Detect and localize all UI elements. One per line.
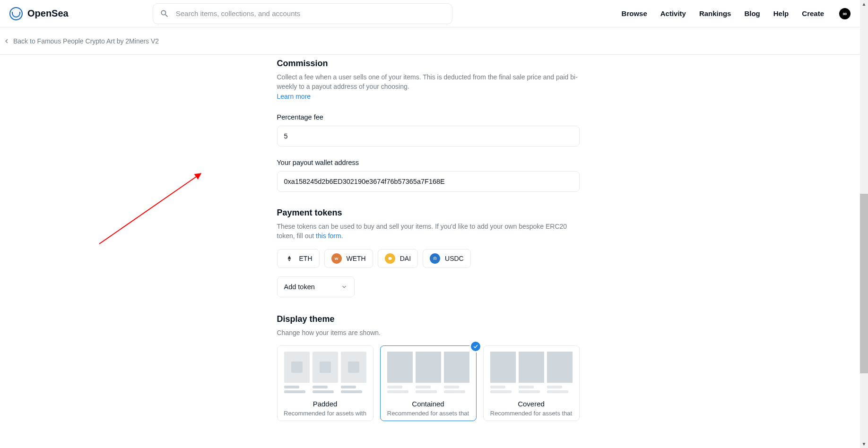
scroll-up-icon[interactable]: ▲ (860, 0, 868, 8)
theme-covered-title: Covered (488, 400, 574, 408)
theme-covered-preview (488, 352, 574, 393)
brand-name: OpenSea (27, 8, 69, 19)
theme-contained[interactable]: Contained Recommended for assets that (380, 345, 477, 421)
theme-padded-sub: Recommended for assets with (282, 410, 368, 417)
usdc-icon (430, 253, 440, 264)
back-link[interactable]: Back to Famous People Crypto Art by 2Min… (0, 27, 860, 55)
token-usdc[interactable]: USDC (423, 249, 471, 268)
weth-icon: W (331, 253, 342, 264)
theme-contained-preview (385, 352, 471, 393)
this-form-link[interactable]: this form (316, 232, 341, 240)
nav-activity[interactable]: Activity (660, 9, 686, 17)
theme-padded[interactable]: Padded Recommended for assets with (277, 345, 373, 421)
dai-icon (385, 253, 395, 264)
commission-desc-text: Collect a fee when a user sells one of y… (277, 73, 578, 90)
learn-more-link[interactable]: Learn more (277, 93, 311, 100)
payment-desc-post: . (341, 232, 343, 240)
scroll-down-icon[interactable]: ▼ (860, 440, 868, 448)
fee-label: Percentage fee (277, 113, 580, 121)
nav-blog[interactable]: Blog (744, 9, 760, 17)
token-usdc-label: USDC (445, 255, 464, 262)
commission-desc: Collect a fee when a user sells one of y… (277, 72, 580, 101)
theme-covered-sub: Recommended for assets that (488, 410, 574, 417)
display-desc: Change how your items are shown. (277, 328, 580, 337)
token-chips: ETH W WETH DAI USDC (277, 249, 580, 268)
payout-input[interactable] (277, 171, 580, 192)
header: OpenSea Browse Activity Rankings Blog He… (0, 0, 860, 27)
theme-contained-title: Contained (385, 400, 471, 408)
display-title: Display theme (277, 314, 580, 324)
payment-desc: These tokens can be used to buy and sell… (277, 222, 580, 241)
page-scrollbar[interactable]: ▲ ▼ (860, 0, 868, 448)
opensea-logo-icon (9, 7, 23, 20)
commission-title: Commission (277, 59, 580, 69)
payout-label: Your payout wallet address (277, 159, 580, 166)
back-link-label: Back to Famous People Crypto Art by 2Min… (13, 37, 159, 45)
add-token-select[interactable]: Add token (277, 276, 355, 297)
token-weth-label: WETH (347, 255, 366, 262)
check-icon (469, 340, 482, 353)
theme-padded-title: Padded (282, 400, 368, 408)
nav-browse[interactable]: Browse (622, 9, 647, 17)
nav-help[interactable]: Help (773, 9, 789, 17)
chevron-down-icon (341, 284, 347, 290)
token-eth[interactable]: ETH (277, 249, 320, 268)
scroll-thumb[interactable] (860, 194, 868, 373)
token-dai-label: DAI (400, 255, 411, 262)
payment-title: Payment tokens (277, 208, 580, 218)
nav-create[interactable]: Create (802, 9, 824, 17)
brand[interactable]: OpenSea (9, 7, 69, 20)
eth-icon (284, 253, 295, 264)
search-icon (160, 9, 169, 18)
top-nav: Browse Activity Rankings Blog Help Creat… (622, 8, 851, 19)
theme-padded-preview (282, 352, 368, 393)
add-token-label: Add token (284, 283, 315, 291)
fee-input[interactable] (277, 126, 580, 146)
search-input[interactable] (176, 9, 445, 17)
token-eth-label: ETH (299, 255, 312, 262)
token-weth[interactable]: W WETH (324, 249, 373, 268)
theme-covered[interactable]: Covered Recommended for assets that (483, 345, 580, 421)
nav-rankings[interactable]: Rankings (699, 9, 731, 17)
search-bar[interactable] (153, 3, 452, 24)
token-dai[interactable]: DAI (378, 249, 418, 268)
theme-contained-sub: Recommended for assets that (385, 410, 471, 417)
chevron-left-icon (3, 37, 10, 45)
avatar[interactable]: ∞ (839, 8, 851, 19)
display-themes: Padded Recommended for assets with Conta… (277, 345, 580, 421)
